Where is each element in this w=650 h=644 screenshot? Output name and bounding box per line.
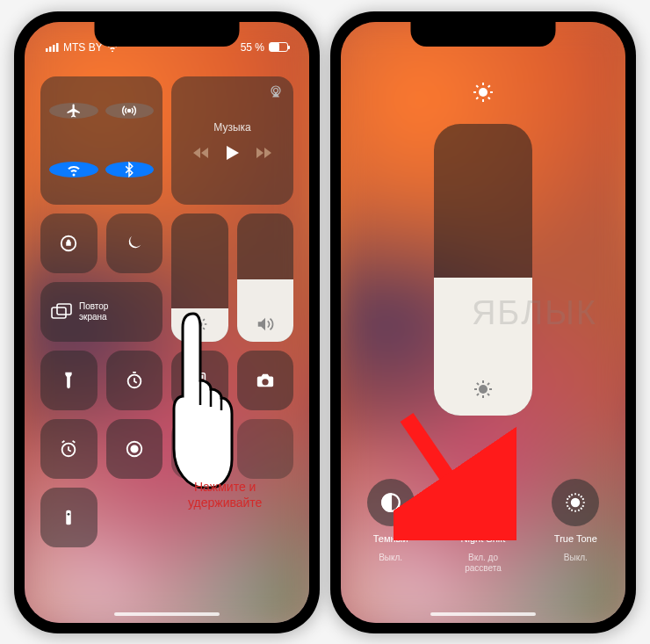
svg-rect-0 — [46, 48, 48, 52]
dark-mode-sub: Выкл. — [379, 553, 402, 563]
true-tone-button[interactable]: True Tone Выкл. — [544, 479, 608, 574]
svg-rect-23 — [67, 510, 72, 525]
phone-left: MTS BY 55 % — [14, 11, 320, 633]
volume-slider[interactable] — [237, 213, 294, 342]
brightness-slider[interactable] — [171, 213, 228, 342]
svg-rect-2 — [53, 45, 55, 52]
annotation-text: Нажмите и удерживайте — [188, 479, 262, 510]
battery-pct: 55 % — [241, 41, 264, 54]
play-button[interactable] — [227, 146, 239, 160]
blank-tile-2 — [237, 419, 294, 479]
dark-mode-button[interactable]: Темный Выкл. — [358, 479, 422, 574]
brightness-slider-large[interactable] — [434, 124, 532, 416]
night-shift-icon — [472, 491, 495, 514]
svg-rect-3 — [56, 43, 59, 52]
svg-point-18 — [199, 383, 200, 385]
music-label: Музыка — [213, 121, 250, 134]
svg-point-14 — [197, 380, 199, 382]
svg-point-25 — [479, 88, 488, 97]
svg-point-17 — [197, 383, 199, 385]
night-shift-sub: Вкл. до рассвета — [465, 553, 502, 574]
svg-point-4 — [128, 110, 131, 112]
speaker-icon — [256, 315, 275, 333]
svg-point-19 — [201, 383, 203, 385]
connectivity-group[interactable] — [40, 76, 162, 205]
rotation-lock-button[interactable] — [40, 213, 98, 273]
svg-rect-10 — [57, 304, 71, 315]
calculator-button[interactable] — [171, 351, 228, 410]
display-modes-row: Темный Выкл. Night Shift Вкл. до рассвет… — [341, 479, 625, 574]
control-center-grid: Музыка — [25, 61, 309, 563]
next-track-button[interactable] — [256, 147, 272, 159]
sun-icon — [191, 315, 208, 333]
timer-button[interactable] — [106, 351, 163, 410]
notch — [95, 22, 240, 47]
svg-rect-1 — [49, 47, 52, 52]
alarm-button[interactable] — [40, 419, 98, 479]
music-tile[interactable]: Музыка — [171, 76, 293, 205]
svg-point-15 — [199, 380, 200, 382]
night-shift-button[interactable]: Night Shift Вкл. до рассвета — [451, 479, 515, 574]
sun-icon — [473, 82, 494, 103]
battery-icon — [269, 42, 288, 52]
notch — [411, 22, 556, 47]
svg-point-8 — [197, 321, 203, 327]
svg-point-16 — [201, 380, 203, 382]
phone-right: Темный Выкл. Night Shift Вкл. до рассвет… — [330, 11, 636, 633]
night-shift-title: Night Shift — [461, 533, 506, 546]
screen-record-button[interactable] — [106, 419, 163, 479]
true-tone-title: True Tone — [554, 533, 597, 546]
prev-track-button[interactable] — [193, 147, 209, 159]
svg-point-22 — [131, 445, 137, 452]
airplay-icon[interactable] — [269, 85, 283, 98]
flashlight-button[interactable] — [40, 351, 98, 410]
dark-mode-icon — [379, 491, 402, 514]
screen-mirror-button[interactable]: Повтор экрана — [40, 282, 162, 342]
true-tone-icon — [564, 491, 587, 514]
screen-control-center: MTS BY 55 % — [25, 22, 309, 623]
svg-point-24 — [68, 512, 70, 515]
mirror-icon — [51, 303, 72, 321]
svg-rect-13 — [197, 375, 203, 378]
carrier-label: MTS BY — [63, 41, 103, 54]
true-tone-sub: Выкл. — [564, 553, 588, 563]
cellular-toggle[interactable] — [105, 103, 155, 119]
bluetooth-toggle[interactable] — [105, 162, 155, 177]
dnd-button[interactable] — [106, 213, 163, 273]
wifi-toggle[interactable] — [49, 162, 98, 177]
screen-brightness-expanded: Темный Выкл. Night Shift Вкл. до рассвет… — [341, 22, 625, 623]
airplane-toggle[interactable] — [49, 103, 98, 119]
sun-icon — [473, 379, 494, 400]
remote-button[interactable] — [40, 488, 98, 547]
blank-tile-1 — [171, 419, 228, 479]
svg-rect-9 — [52, 308, 66, 318]
svg-point-26 — [479, 385, 488, 394]
svg-point-6 — [274, 88, 278, 92]
camera-button[interactable] — [237, 351, 294, 410]
home-indicator[interactable] — [114, 612, 220, 616]
svg-point-28 — [479, 497, 488, 507]
brightness-expanded-view: Темный Выкл. Night Shift Вкл. до рассвет… — [341, 22, 625, 623]
dark-mode-title: Темный — [373, 533, 408, 546]
mirror-label: Повтор экрана — [79, 301, 108, 322]
signal-icon — [46, 42, 60, 52]
svg-point-29 — [572, 498, 580, 506]
home-indicator[interactable] — [430, 612, 536, 616]
